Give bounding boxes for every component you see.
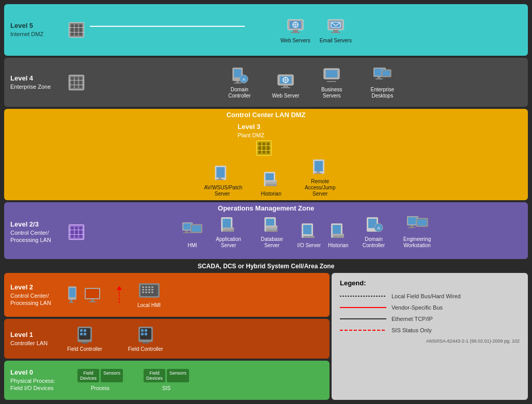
svg-rect-44	[375, 78, 383, 79]
legend-line-red-solid	[340, 306, 386, 309]
svg-rect-123	[151, 289, 153, 290]
svg-rect-68	[75, 227, 77, 238]
svg-rect-26	[234, 69, 241, 77]
firewall-icon-l3	[255, 139, 273, 157]
svg-rect-100	[411, 225, 413, 227]
level1-number: Level 1	[10, 331, 67, 340]
svg-rect-109	[86, 289, 99, 298]
level1-name: Controller LAN	[10, 340, 67, 347]
svg-rect-111	[89, 301, 96, 302]
legend-item-red-solid: Vendor-Specific Bus	[340, 304, 520, 311]
svg-rect-101	[408, 227, 415, 228]
svg-rect-92	[333, 236, 344, 238]
level5-zone: Level 5 Internet DMZ	[4, 4, 528, 56]
level3-zone-title: Control Center LAN DMZ	[4, 109, 528, 120]
svg-rect-91	[333, 225, 341, 234]
svg-rect-18	[331, 32, 340, 33]
av-wsus-label: AV/WSUS/Patch Server	[204, 185, 240, 197]
level5-number: Level 5	[10, 22, 67, 30]
svg-rect-141	[143, 342, 149, 344]
historian-l3: Historian	[261, 170, 281, 197]
remote-access-label: Remote Access/Jump Server	[302, 179, 338, 197]
hmi-l23-icon	[181, 221, 203, 241]
hmi-l23-label: HMI	[187, 243, 197, 249]
sensors-sis: Sensors	[167, 369, 189, 382]
domain-controller-l4-icon: A	[230, 66, 249, 85]
historian-l23-label: Historian	[328, 243, 348, 249]
svg-rect-89	[303, 236, 315, 238]
scada-rows: Level 2 Control Center/ Processing LAN	[4, 273, 528, 400]
field-controller-1: Field Controller	[67, 325, 102, 352]
local-hmi-icon	[138, 281, 161, 301]
level1-content: Field Controller	[67, 325, 323, 352]
process-label: Process	[91, 385, 109, 391]
legend-item-dotted: Local Field Bus/Hard Wired	[340, 293, 520, 299]
legend-title: Legend:	[340, 279, 520, 287]
legend-note: ANSI/ISA-62443-2-1 (99.02.01)-2009 pg. 1…	[340, 338, 520, 344]
io-server-l23-label: I/O Server	[297, 243, 321, 249]
historian-l3-icon	[261, 170, 281, 189]
level5-devices: Web Servers Email Servers	[90, 17, 522, 44]
enterprise-desktops-l4-icon	[372, 66, 392, 85]
level3-inner: Level 3 Plant DMZ	[4, 120, 528, 200]
business-servers-l4-label: Business Servers	[314, 87, 350, 99]
enterprise-desktops-l4-label: Enterprise Desktops	[364, 87, 400, 99]
svg-rect-127	[151, 292, 153, 293]
svg-rect-29	[236, 81, 239, 83]
svg-rect-133	[84, 333, 86, 335]
svg-rect-120	[142, 289, 144, 290]
svg-rect-79	[223, 219, 231, 228]
svg-rect-60	[265, 182, 277, 184]
svg-rect-61	[265, 180, 277, 182]
svg-rect-64	[317, 171, 320, 173]
eng-workstation-icon	[406, 215, 429, 235]
level3-name: Plant DMZ	[238, 132, 294, 139]
level0-label: Level 0 Physical Process: Field I/O Devi…	[10, 368, 67, 392]
remote-access-icon	[310, 157, 330, 177]
field-controller-2: Field Controller	[128, 325, 163, 352]
legend-label-red-solid: Vendor-Specific Bus	[392, 304, 443, 311]
svg-rect-49	[262, 142, 265, 154]
domain-controller-l4: A Domain Controller	[222, 66, 258, 99]
svg-rect-138	[145, 329, 147, 332]
app-server-l23-icon	[218, 215, 238, 235]
svg-rect-134	[82, 342, 88, 344]
email-servers-device: Email Servers	[320, 17, 352, 44]
field-devices-process: FieldDevices	[77, 369, 99, 382]
historian-l3-label: Historian	[261, 191, 281, 197]
legend-item-white-solid: Ethernet TCP/IP	[340, 316, 520, 322]
level23-inner: Level 2/3 Control Center/ Processing LAN	[4, 213, 528, 251]
svg-marker-110	[91, 299, 93, 301]
monitor-icon	[84, 287, 101, 303]
svg-rect-84	[266, 230, 277, 232]
svg-rect-50	[267, 142, 269, 154]
legend-label-dotted: Local Field Bus/Hard Wired	[392, 293, 461, 299]
hmi-tower-icon	[67, 285, 82, 305]
svg-rect-121	[145, 289, 147, 290]
level3-number: Level 3	[238, 123, 294, 132]
legend-label-white-solid: Ethernet TCP/IP	[392, 316, 433, 322]
level4-device-group: A Domain Controller	[222, 66, 401, 99]
svg-rect-130	[80, 329, 83, 332]
enterprise-desktops-l4: Enterprise Desktops	[364, 66, 400, 99]
svg-rect-86	[266, 225, 277, 228]
level1-zone: Level 1 Controller LAN	[4, 319, 330, 358]
web-server-l4-label: Web Server	[272, 93, 300, 99]
io-server-l23-icon	[299, 221, 319, 241]
svg-rect-107	[69, 302, 74, 303]
io-server-l23: I/O Server	[297, 221, 321, 249]
firewall-l3	[255, 139, 273, 157]
domain-controller-l23-label: Domain Controller	[356, 236, 392, 249]
level23-number: Level 2/3	[10, 220, 67, 229]
svg-rect-36	[283, 85, 288, 87]
svg-rect-40	[327, 81, 336, 82]
level0-name: Physical Process: Field I/O Devices	[10, 377, 67, 392]
web-servers-icon	[286, 17, 305, 36]
svg-rect-140	[145, 333, 147, 335]
level23-zone: Operations Management Zone Level 2/3 Con…	[4, 202, 528, 259]
svg-rect-126	[148, 292, 150, 293]
firewall-l5	[67, 21, 86, 39]
svg-rect-80	[223, 230, 234, 232]
level2-zone: Level 2 Control Center/ Processing LAN	[4, 273, 330, 317]
historian-l23-icon	[328, 221, 348, 241]
